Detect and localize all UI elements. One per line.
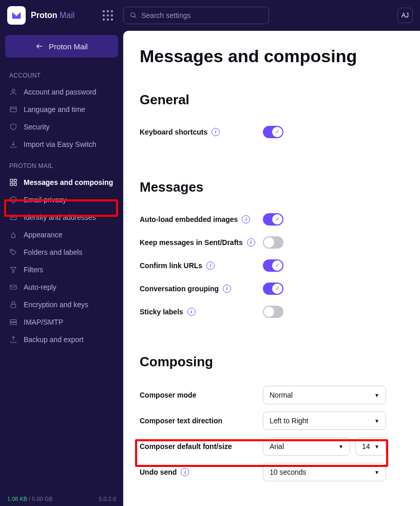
messages-heading: Messages [140, 179, 404, 195]
sidebar-item-messages-composing[interactable]: Messages and composing [5, 174, 118, 191]
sidebar-item-email-privacy[interactable]: Email privacy [5, 191, 118, 209]
info-icon[interactable]: i [242, 215, 250, 223]
svg-rect-8 [10, 183, 13, 185]
sidebar-item-label: Appearance [24, 231, 63, 239]
text-direction-label: Composer text direction [140, 417, 263, 425]
keyboard-shortcuts-toggle[interactable]: ✓ [263, 126, 283, 138]
svg-rect-7 [14, 179, 16, 182]
sidebar-item-label: Security [24, 123, 50, 131]
sidebar-item-label: Encryption and keys [24, 301, 88, 309]
sidebar-item-imap-smtp[interactable]: IMAP/SMTP [5, 313, 118, 331]
brush-icon [9, 231, 17, 239]
tag-icon [9, 248, 17, 256]
text-direction-select[interactable]: Left to Right▼ [263, 411, 386, 430]
svg-rect-9 [14, 183, 16, 185]
sidebar-item-label: Messages and composing [24, 178, 113, 186]
info-icon[interactable]: i [212, 128, 220, 136]
undo-send-select[interactable]: 10 seconds▼ [263, 463, 386, 481]
back-button[interactable]: Proton Mail [5, 35, 118, 58]
funnel-icon [9, 266, 17, 274]
back-button-label: Proton Mail [49, 42, 88, 51]
confirm-links-toggle[interactable]: ✓ [263, 259, 283, 272]
avatar[interactable]: AJ [397, 8, 413, 23]
id-card-icon [9, 213, 17, 221]
sidebar-item-appearance[interactable]: Appearance [5, 226, 118, 243]
sidebar-item-import[interactable]: Import via Easy Switch [5, 136, 118, 153]
user-icon [9, 88, 17, 96]
svg-rect-6 [10, 179, 13, 182]
conversation-label: Conversation grouping i [140, 285, 263, 293]
font-size-label: Composer default font/size [140, 442, 263, 451]
svg-rect-16 [11, 304, 15, 308]
info-icon[interactable]: i [187, 308, 196, 316]
sidebar-item-label: Email privacy [24, 196, 66, 204]
info-icon[interactable]: i [247, 238, 255, 247]
logo[interactable]: Proton Mail [7, 6, 89, 25]
section-account-label: ACCOUNT [5, 68, 118, 83]
logo-text: Proton Mail [31, 11, 74, 20]
sidebar-item-label: Filters [24, 266, 43, 274]
composer-mode-label: Composer mode [140, 391, 263, 399]
chevron-down-icon: ▼ [374, 392, 379, 398]
sidebar-item-label: Account and password [24, 88, 97, 96]
chevron-down-icon: ▼ [374, 418, 379, 424]
search-box[interactable] [123, 7, 269, 24]
undo-send-label: Undo send i [140, 468, 263, 476]
info-icon[interactable]: i [223, 285, 231, 293]
general-heading: General [140, 92, 404, 108]
sidebar-item-backup-export[interactable]: Backup and export [5, 331, 118, 348]
sidebar-item-auto-reply[interactable]: Auto-reply [5, 278, 118, 296]
chevron-down-icon: ▼ [338, 444, 343, 449]
svg-point-3 [12, 89, 14, 92]
keep-sent-label: Keep messages in Sent/Drafts i [140, 238, 263, 247]
svg-rect-4 [10, 107, 16, 111]
sticky-toggle[interactable] [263, 306, 283, 318]
lock-icon [9, 301, 17, 309]
shield-icon [9, 123, 17, 131]
sidebar-item-identity[interactable]: Identity and addresses [5, 209, 118, 226]
chevron-down-icon: ▼ [374, 444, 379, 449]
shield-icon [9, 196, 17, 204]
composer-mode-select[interactable]: Normal▼ [263, 386, 386, 404]
keep-sent-toggle[interactable] [263, 236, 283, 249]
svg-rect-18 [10, 323, 16, 325]
export-icon [9, 335, 17, 344]
font-select[interactable]: Arial▼ [263, 437, 350, 456]
font-size-select[interactable]: 14▼ [355, 437, 386, 456]
conversation-toggle[interactable]: ✓ [263, 283, 283, 295]
import-icon [9, 140, 17, 148]
grid-icon [9, 178, 17, 186]
reply-icon [9, 283, 17, 291]
confirm-links-label: Confirm link URLs i [140, 261, 263, 270]
svg-point-0 [131, 13, 135, 17]
svg-point-14 [11, 251, 12, 251]
page-title: Messages and composing [140, 46, 404, 66]
sidebar-item-label: Identity and addresses [24, 213, 96, 221]
arrow-left-icon [35, 42, 44, 50]
sidebar-item-label: Language and time [24, 105, 85, 114]
auto-load-label: Auto-load embedded images i [140, 215, 263, 223]
sidebar-item-label: Folders and labels [24, 248, 82, 256]
chevron-down-icon: ▼ [374, 470, 379, 475]
sidebar-item-filters[interactable]: Filters [5, 261, 118, 278]
logo-icon [7, 6, 26, 25]
apps-menu-icon[interactable] [103, 10, 113, 21]
auto-load-toggle[interactable]: ✓ [263, 213, 283, 226]
language-icon [9, 105, 17, 114]
sidebar-item-label: Auto-reply [24, 283, 56, 291]
sidebar-item-encryption[interactable]: Encryption and keys [5, 296, 118, 313]
svg-line-1 [135, 16, 136, 18]
sidebar-item-security[interactable]: Security [5, 118, 118, 136]
sidebar-item-folders-labels[interactable]: Folders and labels [5, 243, 118, 261]
search-icon [130, 12, 137, 19]
sidebar-item-language-time[interactable]: Language and time [5, 101, 118, 118]
keyboard-shortcuts-label: Keyboard shortcuts i [140, 128, 263, 136]
footer: 1.08 KB / 5.00 GB 5.0.2.0 [7, 496, 116, 502]
search-input[interactable] [141, 11, 262, 20]
sidebar-item-account-password[interactable]: Account and password [5, 83, 118, 101]
svg-point-11 [12, 216, 13, 218]
info-icon[interactable]: i [181, 468, 189, 476]
section-mail-label: PROTON MAIL [5, 158, 118, 174]
info-icon[interactable]: i [206, 261, 215, 270]
svg-rect-10 [10, 215, 16, 219]
